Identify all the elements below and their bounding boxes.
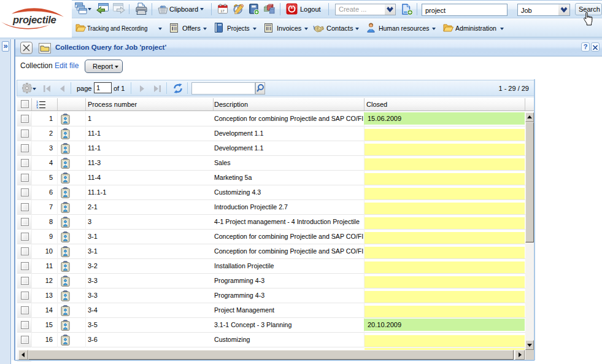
svg-text:projectile: projectile (12, 14, 56, 25)
svg-text:17: 17 (220, 9, 224, 13)
svg-text:3: 3 (36, 106, 38, 109)
